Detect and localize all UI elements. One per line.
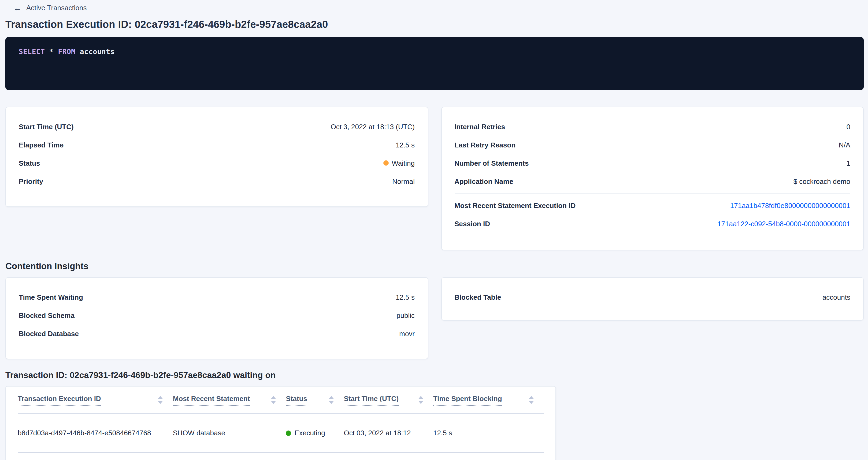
- blocked-database-label: Blocked Database: [19, 330, 79, 337]
- session-id-label: Session ID: [454, 219, 490, 227]
- sort-icon[interactable]: [158, 396, 163, 404]
- waiting-on-heading: Transaction ID: 02ca7931-f246-469b-b2fe-…: [5, 370, 864, 380]
- row-statement-execution-id: Most Recent Statement Execution ID 171aa…: [454, 196, 850, 214]
- priority-value: Normal: [392, 177, 415, 185]
- time-spent-waiting-label: Time Spent Waiting: [19, 293, 83, 301]
- column-header-transaction-execution-id[interactable]: Transaction Execution ID: [18, 387, 173, 413]
- sort-icon[interactable]: [418, 396, 424, 404]
- row-blocked-database: Blocked Database movr: [19, 324, 415, 343]
- row-time-spent-waiting: Time Spent Waiting 12.5 s: [19, 288, 415, 306]
- table-row: b8d7d03a-d497-446b-8474-e50846674768 SHO…: [18, 413, 544, 453]
- status-executing-dot-icon: [286, 430, 291, 436]
- sql-keyword-from: FROM: [58, 48, 75, 56]
- row-priority: Priority Normal: [19, 172, 415, 190]
- cell-most-recent-statement: SHOW database: [173, 413, 286, 453]
- row-elapsed-time: Elapsed Time 12.5 s: [19, 135, 415, 154]
- cell-transaction-execution-id: b8d7d03a-d497-446b-8474-e50846674768: [18, 413, 173, 453]
- waiting-transactions-table: Transaction Execution ID Most Recent Sta…: [18, 387, 544, 453]
- status-waiting-dot-icon: [383, 160, 389, 166]
- waiting-transactions-table-card: Transaction Execution ID Most Recent Sta…: [5, 386, 556, 460]
- column-header-most-recent-statement[interactable]: Most Recent Statement: [173, 387, 286, 413]
- elapsed-time-value: 12.5 s: [396, 141, 415, 149]
- column-header-start-time[interactable]: Start Time (UTC): [344, 387, 433, 413]
- session-id-link[interactable]: 171aa122-c092-54b8-0000-000000000001: [717, 219, 850, 227]
- breadcrumb-label[interactable]: Active Transactions: [26, 4, 87, 12]
- status-value: Waiting: [392, 159, 415, 167]
- contention-left-card: Time Spent Waiting 12.5 s Blocked Schema…: [5, 277, 428, 359]
- card-divider: [454, 193, 850, 193]
- internal-retries-label: Internal Retries: [454, 123, 505, 130]
- cell-time-spent-blocking: 12.5 s: [433, 413, 544, 453]
- column-header-status[interactable]: Status: [286, 387, 344, 413]
- sort-icon[interactable]: [529, 396, 534, 404]
- statement-execution-id-link[interactable]: 171aa1b478fdf0e80000000000000001: [730, 201, 850, 209]
- cell-status: Executing: [286, 413, 344, 453]
- last-retry-reason-label: Last Retry Reason: [454, 141, 516, 149]
- column-header-time-spent-blocking[interactable]: Time Spent Blocking: [433, 387, 544, 413]
- elapsed-time-label: Elapsed Time: [19, 141, 64, 149]
- row-blocked-table: Blocked Table accounts: [454, 288, 850, 306]
- row-internal-retries: Internal Retries 0: [454, 117, 850, 135]
- contention-right-card: Blocked Table accounts: [441, 277, 864, 320]
- sort-icon[interactable]: [271, 396, 276, 404]
- overview-right-card: Internal Retries 0 Last Retry Reason N/A…: [441, 107, 864, 250]
- sql-operator-star: *: [49, 48, 54, 56]
- row-application-name: Application Name $ cockroach demo: [454, 172, 850, 190]
- number-of-statements-value: 1: [846, 159, 850, 167]
- page-title: Transaction Execution ID: 02ca7931-f246-…: [5, 19, 864, 31]
- row-number-of-statements: Number of Statements 1: [454, 154, 850, 172]
- sql-keyword-select: SELECT: [19, 48, 45, 56]
- blocked-schema-label: Blocked Schema: [19, 311, 74, 319]
- blocked-database-value: movr: [399, 330, 415, 337]
- application-name-label: Application Name: [454, 177, 513, 185]
- row-last-retry-reason: Last Retry Reason N/A: [454, 135, 850, 154]
- sort-icon[interactable]: [329, 396, 334, 404]
- sql-table-identifier: accounts: [80, 48, 115, 56]
- status-label: Status: [19, 159, 40, 167]
- overview-left-card: Start Time (UTC) Oct 3, 2022 at 18:13 (U…: [5, 107, 428, 207]
- internal-retries-value: 0: [846, 123, 850, 130]
- start-time-value: Oct 3, 2022 at 18:13 (UTC): [331, 123, 415, 130]
- table-header-row: Transaction Execution ID Most Recent Sta…: [18, 387, 544, 413]
- number-of-statements-label: Number of Statements: [454, 159, 529, 167]
- row-blocked-schema: Blocked Schema public: [19, 306, 415, 324]
- blocked-schema-value: public: [397, 311, 415, 319]
- transaction-details-page: ← Active Transactions Transaction Execut…: [0, 0, 868, 460]
- blocked-table-label: Blocked Table: [454, 293, 501, 301]
- breadcrumb[interactable]: ← Active Transactions: [13, 0, 87, 12]
- priority-label: Priority: [19, 177, 43, 185]
- contention-insights-heading: Contention Insights: [5, 261, 864, 271]
- row-session-id: Session ID 171aa122-c092-54b8-0000-00000…: [454, 214, 850, 233]
- blocked-table-value: accounts: [823, 293, 850, 301]
- application-name-value: $ cockroach demo: [794, 177, 850, 185]
- back-arrow-icon[interactable]: ←: [13, 4, 22, 12]
- time-spent-waiting-value: 12.5 s: [396, 293, 415, 301]
- cell-start-time: Oct 03, 2022 at 18:12: [344, 413, 433, 453]
- last-retry-reason-value: N/A: [839, 141, 850, 149]
- row-start-time: Start Time (UTC) Oct 3, 2022 at 18:13 (U…: [19, 117, 415, 135]
- sql-statement-box: SELECT * FROM accounts: [5, 37, 864, 90]
- status-badge: Waiting: [383, 159, 415, 167]
- start-time-label: Start Time (UTC): [19, 123, 74, 130]
- row-status: Status Waiting: [19, 154, 415, 172]
- statement-execution-id-label: Most Recent Statement Execution ID: [454, 201, 576, 209]
